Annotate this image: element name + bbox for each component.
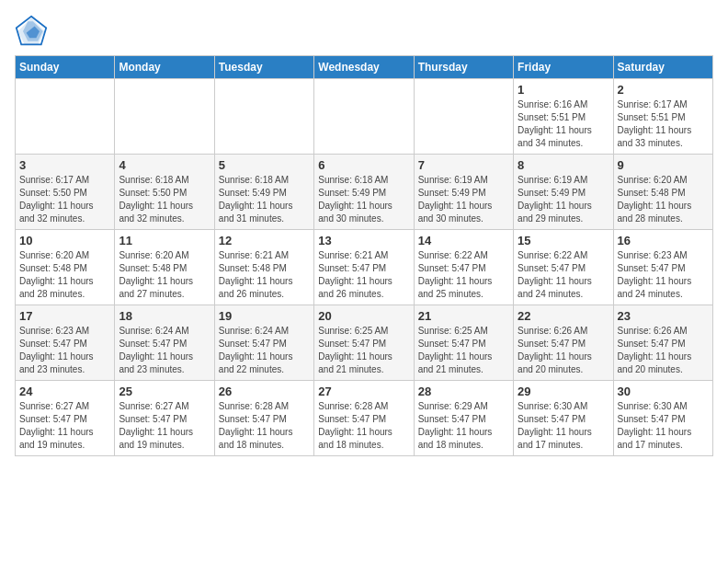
day-info: Sunrise: 6:18 AM Sunset: 5:50 PM Dayligh… — [119, 174, 210, 225]
day-number: 23 — [618, 309, 709, 323]
table-row: 7Sunrise: 6:19 AM Sunset: 5:49 PM Daylig… — [414, 155, 513, 230]
table-row — [115, 79, 214, 155]
day-info: Sunrise: 6:28 AM Sunset: 5:47 PM Dayligh… — [219, 400, 310, 452]
day-info: Sunrise: 6:17 AM Sunset: 5:51 PM Dayligh… — [618, 98, 709, 150]
day-number: 26 — [219, 385, 310, 398]
day-info: Sunrise: 6:18 AM Sunset: 5:49 PM Dayligh… — [219, 174, 310, 225]
day-info: Sunrise: 6:17 AM Sunset: 5:50 PM Dayligh… — [19, 174, 110, 225]
col-header-friday: Friday — [514, 56, 613, 79]
table-row: 22Sunrise: 6:26 AM Sunset: 5:47 PM Dayli… — [514, 305, 613, 381]
table-row: 4Sunrise: 6:18 AM Sunset: 5:50 PM Daylig… — [115, 155, 214, 230]
col-header-thursday: Thursday — [414, 56, 513, 79]
day-number: 15 — [518, 234, 609, 247]
day-number: 2 — [618, 83, 709, 97]
table-row: 30Sunrise: 6:30 AM Sunset: 5:47 PM Dayli… — [613, 381, 712, 456]
table-row: 6Sunrise: 6:18 AM Sunset: 5:49 PM Daylig… — [314, 155, 414, 230]
table-row: 8Sunrise: 6:19 AM Sunset: 5:49 PM Daylig… — [514, 155, 613, 230]
day-info: Sunrise: 6:27 AM Sunset: 5:47 PM Dayligh… — [119, 400, 210, 452]
day-number: 30 — [618, 385, 709, 398]
day-number: 22 — [518, 309, 609, 323]
day-number: 19 — [219, 309, 310, 323]
day-info: Sunrise: 6:22 AM Sunset: 5:47 PM Dayligh… — [418, 249, 509, 301]
table-row: 13Sunrise: 6:21 AM Sunset: 5:47 PM Dayli… — [314, 230, 414, 305]
day-number: 11 — [119, 234, 210, 247]
day-info: Sunrise: 6:25 AM Sunset: 5:47 PM Dayligh… — [418, 325, 509, 376]
table-row: 9Sunrise: 6:20 AM Sunset: 5:48 PM Daylig… — [613, 155, 712, 230]
day-info: Sunrise: 6:24 AM Sunset: 5:47 PM Dayligh… — [119, 325, 210, 376]
day-info: Sunrise: 6:24 AM Sunset: 5:47 PM Dayligh… — [219, 325, 310, 376]
table-row: 15Sunrise: 6:22 AM Sunset: 5:47 PM Dayli… — [514, 230, 613, 305]
day-info: Sunrise: 6:16 AM Sunset: 5:51 PM Dayligh… — [518, 98, 609, 150]
day-info: Sunrise: 6:20 AM Sunset: 5:48 PM Dayligh… — [119, 249, 210, 301]
day-number: 13 — [318, 234, 409, 247]
day-info: Sunrise: 6:26 AM Sunset: 5:47 PM Dayligh… — [518, 325, 609, 376]
day-info: Sunrise: 6:29 AM Sunset: 5:47 PM Dayligh… — [418, 400, 509, 452]
day-info: Sunrise: 6:20 AM Sunset: 5:48 PM Dayligh… — [618, 174, 709, 225]
day-info: Sunrise: 6:23 AM Sunset: 5:47 PM Dayligh… — [19, 325, 110, 376]
table-row: 1Sunrise: 6:16 AM Sunset: 5:51 PM Daylig… — [514, 79, 613, 155]
table-row: 21Sunrise: 6:25 AM Sunset: 5:47 PM Dayli… — [414, 305, 513, 381]
day-number: 5 — [219, 158, 310, 172]
day-info: Sunrise: 6:19 AM Sunset: 5:49 PM Dayligh… — [418, 174, 509, 225]
table-row: 5Sunrise: 6:18 AM Sunset: 5:49 PM Daylig… — [214, 155, 313, 230]
col-header-monday: Monday — [115, 56, 214, 79]
page-header — [15, 15, 713, 48]
day-info: Sunrise: 6:28 AM Sunset: 5:47 PM Dayligh… — [318, 400, 409, 452]
day-info: Sunrise: 6:21 AM Sunset: 5:47 PM Dayligh… — [318, 249, 409, 301]
day-number: 25 — [119, 385, 210, 398]
table-row: 3Sunrise: 6:17 AM Sunset: 5:50 PM Daylig… — [16, 155, 115, 230]
day-number: 18 — [119, 309, 210, 323]
day-info: Sunrise: 6:22 AM Sunset: 5:47 PM Dayligh… — [518, 249, 609, 301]
col-header-sunday: Sunday — [16, 56, 115, 79]
day-info: Sunrise: 6:27 AM Sunset: 5:47 PM Dayligh… — [19, 400, 110, 452]
day-number: 17 — [19, 309, 110, 323]
day-number: 27 — [318, 385, 409, 398]
day-number: 4 — [119, 158, 210, 172]
day-number: 3 — [19, 158, 110, 172]
day-number: 9 — [618, 158, 709, 172]
table-row: 11Sunrise: 6:20 AM Sunset: 5:48 PM Dayli… — [115, 230, 214, 305]
table-row: 14Sunrise: 6:22 AM Sunset: 5:47 PM Dayli… — [414, 230, 513, 305]
day-info: Sunrise: 6:19 AM Sunset: 5:49 PM Dayligh… — [518, 174, 609, 225]
day-number: 28 — [418, 385, 509, 398]
day-number: 16 — [618, 234, 709, 247]
table-row: 18Sunrise: 6:24 AM Sunset: 5:47 PM Dayli… — [115, 305, 214, 381]
day-number: 8 — [518, 158, 609, 172]
day-number: 29 — [518, 385, 609, 398]
day-info: Sunrise: 6:18 AM Sunset: 5:49 PM Dayligh… — [318, 174, 409, 225]
day-number: 7 — [418, 158, 509, 172]
day-number: 12 — [219, 234, 310, 247]
table-row: 12Sunrise: 6:21 AM Sunset: 5:48 PM Dayli… — [214, 230, 313, 305]
day-info: Sunrise: 6:30 AM Sunset: 5:47 PM Dayligh… — [518, 400, 609, 452]
day-number: 1 — [518, 83, 609, 97]
table-row: 29Sunrise: 6:30 AM Sunset: 5:47 PM Dayli… — [514, 381, 613, 456]
table-row: 20Sunrise: 6:25 AM Sunset: 5:47 PM Dayli… — [314, 305, 414, 381]
table-row: 28Sunrise: 6:29 AM Sunset: 5:47 PM Dayli… — [414, 381, 513, 456]
table-row: 23Sunrise: 6:26 AM Sunset: 5:47 PM Dayli… — [613, 305, 712, 381]
table-row: 10Sunrise: 6:20 AM Sunset: 5:48 PM Dayli… — [16, 230, 115, 305]
table-row — [214, 79, 313, 155]
table-row: 2Sunrise: 6:17 AM Sunset: 5:51 PM Daylig… — [613, 79, 712, 155]
day-info: Sunrise: 6:25 AM Sunset: 5:47 PM Dayligh… — [318, 325, 409, 376]
table-row — [314, 79, 414, 155]
table-row: 26Sunrise: 6:28 AM Sunset: 5:47 PM Dayli… — [214, 381, 313, 456]
table-row: 25Sunrise: 6:27 AM Sunset: 5:47 PM Dayli… — [115, 381, 214, 456]
day-number: 21 — [418, 309, 509, 323]
day-number: 6 — [318, 158, 409, 172]
day-info: Sunrise: 6:23 AM Sunset: 5:47 PM Dayligh… — [618, 249, 709, 301]
calendar-table: SundayMondayTuesdayWednesdayThursdayFrid… — [15, 55, 713, 456]
logo — [15, 15, 51, 48]
day-info: Sunrise: 6:26 AM Sunset: 5:47 PM Dayligh… — [618, 325, 709, 376]
col-header-tuesday: Tuesday — [214, 56, 313, 79]
day-info: Sunrise: 6:21 AM Sunset: 5:48 PM Dayligh… — [219, 249, 310, 301]
table-row: 19Sunrise: 6:24 AM Sunset: 5:47 PM Dayli… — [214, 305, 313, 381]
day-info: Sunrise: 6:30 AM Sunset: 5:47 PM Dayligh… — [618, 400, 709, 452]
table-row: 27Sunrise: 6:28 AM Sunset: 5:47 PM Dayli… — [314, 381, 414, 456]
day-number: 10 — [19, 234, 110, 247]
col-header-saturday: Saturday — [613, 56, 712, 79]
logo-icon — [15, 15, 48, 48]
table-row — [16, 79, 115, 155]
col-header-wednesday: Wednesday — [314, 56, 414, 79]
day-number: 20 — [318, 309, 409, 323]
table-row — [414, 79, 513, 155]
